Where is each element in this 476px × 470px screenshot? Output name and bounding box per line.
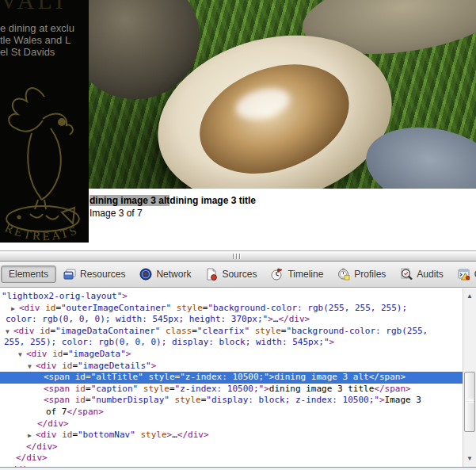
devtools-resize-splitter[interactable] <box>0 250 476 262</box>
code-line[interactable]: ▶<div id="bottomNav" style>…</div> <box>0 430 476 441</box>
code-line[interactable]: </div> <box>0 441 476 453</box>
code-line[interactable]: ▼<div id="imageDetails"> <box>0 361 476 373</box>
code-line[interactable]: <span id="caption" style="z-index: 10500… <box>0 384 476 395</box>
tab-network[interactable]: Network <box>132 265 198 284</box>
sidebar-text-line: tle Wales and L <box>0 34 89 46</box>
scrollbar-thumb-grip-icon <box>467 399 474 403</box>
collapsed-arrow-icon[interactable]: ▶ <box>11 304 19 315</box>
expanded-arrow-icon[interactable]: ▼ <box>28 361 36 373</box>
tab-console[interactable]: Console <box>451 265 476 284</box>
bird-fish-logo: RETREATS <box>0 73 89 243</box>
code-line[interactable]: ▼<div id="imageData"> <box>0 349 476 361</box>
devtools-statusbar-edge <box>0 467 476 470</box>
tab-label: Elements <box>9 269 48 280</box>
audits-icon <box>400 268 413 281</box>
scrollbar-thumb[interactable] <box>464 372 475 432</box>
tab-audits[interactable]: Audits <box>393 265 450 284</box>
network-icon <box>139 268 152 281</box>
lightbox-image-counter: Image 3 of 7 <box>89 208 256 220</box>
tab-sources[interactable]: Sources <box>198 265 264 284</box>
lightbox-oyster-photo[interactable] <box>89 0 476 189</box>
code-line[interactable]: </div> <box>0 418 476 430</box>
splitter-grip-icon <box>233 254 241 259</box>
elements-tree-view[interactable]: "lightbox2-orig-layout">▶<div id="outerI… <box>0 288 476 467</box>
console-icon <box>458 268 470 281</box>
lightbox-title-text: dining image 3 title <box>169 195 256 206</box>
code-line[interactable]: <span id="altTitle" style="z-index: 1050… <box>0 372 476 384</box>
devtools-panel: Elements Resources Network <box>0 250 476 470</box>
profiles-icon <box>337 268 350 281</box>
tab-timeline[interactable]: Timeline <box>264 265 330 284</box>
code-line[interactable]: 255, 255); color: rgb(0, 0, 0); display:… <box>0 337 476 349</box>
collapsed-arrow-icon[interactable]: ▶ <box>28 430 36 442</box>
code-line[interactable]: <span id="numberDisplay" style="display:… <box>0 395 476 407</box>
browser-window: VALI e dining at exclu tle Wales and L e… <box>0 0 476 470</box>
sidebar-text-line: e dining at exclu <box>0 22 89 34</box>
code-line[interactable]: of 7</span> <box>0 407 476 418</box>
sources-icon <box>205 268 218 281</box>
code-line[interactable]: color: rgb(0, 0, 0); width: 545px; heigh… <box>0 314 476 326</box>
oyster-meat <box>185 45 364 189</box>
code-scrollbar[interactable]: ▲ ▼ <box>463 288 476 467</box>
site-heading-fragment: VALI <box>0 0 89 14</box>
lightbox-caption-block: dining image 3 altdining image 3 title I… <box>89 195 256 220</box>
code-line[interactable]: </div> <box>0 453 476 464</box>
tab-label: Timeline <box>288 269 323 280</box>
resources-icon <box>63 268 76 281</box>
tab-elements[interactable]: Elements <box>1 266 56 283</box>
tab-label: Resources <box>80 269 125 280</box>
code-line[interactable]: "lightbox2-orig-layout"> <box>0 291 476 303</box>
lightbox-alt-text: dining image 3 alt <box>89 195 169 206</box>
webpage-viewport: VALI e dining at exclu tle Wales and L e… <box>0 0 476 250</box>
tab-label: Network <box>156 269 191 280</box>
expanded-arrow-icon[interactable]: ▼ <box>6 327 13 338</box>
tab-label: Profiles <box>354 269 386 280</box>
code-line[interactable]: ▶<div id="outerImageContainer" style="ba… <box>0 303 476 315</box>
tab-label: Audits <box>417 269 443 280</box>
tab-profiles[interactable]: Profiles <box>330 265 393 284</box>
scroll-down-arrow-icon[interactable]: ▼ <box>463 453 476 465</box>
logo-arc-text: RETREATS <box>3 221 80 243</box>
timeline-icon <box>271 268 284 281</box>
site-logo-panel: VALI e dining at exclu tle Wales and L e… <box>0 0 89 243</box>
tab-label: Sources <box>222 269 257 280</box>
devtools-toolbar: Elements Resources Network <box>0 262 476 288</box>
sidebar-text-line: el St Davids <box>0 46 89 58</box>
scroll-up-arrow-icon[interactable]: ▲ <box>463 290 476 303</box>
expanded-arrow-icon[interactable]: ▼ <box>18 350 26 361</box>
code-line[interactable]: ▼<div id="imageDataContainer" class="cle… <box>0 326 476 338</box>
tab-resources[interactable]: Resources <box>56 265 132 284</box>
